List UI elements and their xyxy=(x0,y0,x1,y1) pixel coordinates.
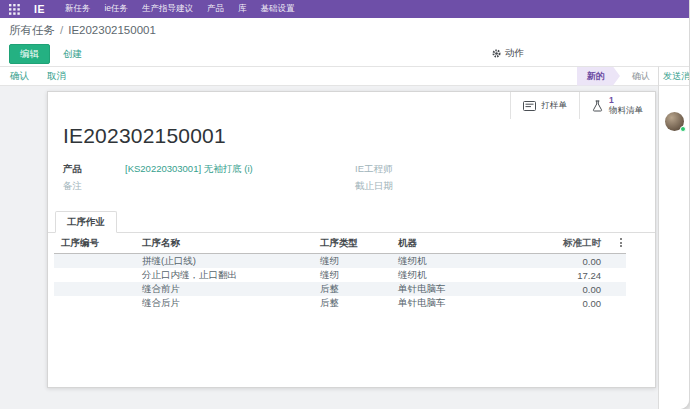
bom-label: 物料清单 xyxy=(609,106,643,116)
field-deadline: 截止日期 xyxy=(355,180,640,193)
nav-menu: 新任务 ie任务 生产指导建议 产品 库 基础设置 xyxy=(65,3,295,15)
create-button[interactable]: 创建 xyxy=(63,48,82,61)
cell-hours: 0.00 xyxy=(526,298,601,309)
stage-widget: 新的 确认 xyxy=(577,67,650,86)
cell-machine: 缝纫机 xyxy=(398,269,526,282)
field-notes: 备注 xyxy=(63,180,355,193)
cell-machine: 单针电脑车 xyxy=(398,283,526,296)
breadcrumb-parent[interactable]: 所有任务 xyxy=(9,23,55,38)
optional-columns-icon[interactable] xyxy=(618,236,624,249)
nav-item-ie-tasks[interactable]: ie任务 xyxy=(104,3,128,15)
cell-machine: 缝纫机 xyxy=(398,255,526,268)
tab-operations[interactable]: 工序作业 xyxy=(55,211,117,233)
print-sample-button[interactable]: 打样单 xyxy=(510,92,580,119)
tab-strip: 工序作业 xyxy=(48,211,655,233)
online-status-dot xyxy=(680,126,686,132)
deadline-label[interactable]: 截止日期 xyxy=(355,180,393,193)
cell-name: 拼缝(止口线) xyxy=(142,255,320,268)
header-standard-hours[interactable]: 标准工时 xyxy=(526,237,601,250)
header-machine[interactable]: 机器 xyxy=(398,237,526,250)
nav-item-settings[interactable]: 基础设置 xyxy=(261,3,295,15)
user-avatar[interactable] xyxy=(665,112,684,131)
cell-hours: 0.00 xyxy=(526,284,601,295)
edit-button[interactable]: 编辑 xyxy=(9,44,50,64)
table-row[interactable]: 缝合后片 后整 单针电脑车 0.00 xyxy=(54,296,626,310)
nav-item-new-task[interactable]: 新任务 xyxy=(65,3,91,15)
product-value-link[interactable]: [KS20220303001] 无袖打底 (i) xyxy=(125,163,253,176)
control-panel: 编辑 创建 动作 xyxy=(0,42,689,66)
cell-name: 缝合后片 xyxy=(142,297,320,310)
action-menu-label: 动作 xyxy=(505,47,524,60)
action-menu[interactable]: 动作 xyxy=(492,47,524,60)
product-label: 产品 xyxy=(63,163,125,176)
breadcrumb-separator: / xyxy=(60,24,63,36)
document-icon xyxy=(523,101,536,111)
nav-item-products[interactable]: 产品 xyxy=(207,3,224,15)
top-navbar: IE 新任务 ie任务 生产指导建议 产品 库 基础设置 xyxy=(0,0,689,18)
cell-machine: 单针电脑车 xyxy=(398,297,526,310)
engineer-label[interactable]: IE工程师 xyxy=(355,163,392,176)
stage-confirmed[interactable]: 确认 xyxy=(632,70,650,83)
main-content: 打样单 1 物料清单 IE202302150001 xyxy=(0,86,658,409)
cell-type: 缝纫 xyxy=(320,255,398,268)
cell-type: 缝纫 xyxy=(320,269,398,282)
cell-name: 分止口内缝，止口翻出 xyxy=(142,269,320,282)
cell-type: 后整 xyxy=(320,283,398,296)
breadcrumb: 所有任务 / IE202302150001 xyxy=(0,18,689,42)
cell-hours: 0.00 xyxy=(526,256,601,267)
cancel-button[interactable]: 取消 xyxy=(47,70,66,83)
record-title: IE202302150001 xyxy=(63,124,655,148)
apps-grid-icon[interactable] xyxy=(8,3,20,15)
gear-icon xyxy=(492,49,501,58)
table-header-row: 工序编号 工序名称 工序类型 机器 标准工时 xyxy=(54,233,626,254)
field-engineer: IE工程师 xyxy=(355,163,640,176)
print-sample-label: 打样单 xyxy=(542,100,568,112)
flask-icon xyxy=(592,100,603,112)
table-row[interactable]: 拼缝(止口线) 缝纫 缝纫机 0.00 xyxy=(54,254,626,268)
statusbar-row: 确认 取消 新的 确认 xyxy=(0,66,658,86)
app-brand[interactable]: IE xyxy=(34,3,45,15)
cell-hours: 17.24 xyxy=(526,270,601,281)
header-operation-name[interactable]: 工序名称 xyxy=(142,237,320,250)
field-grid: 产品 [KS20220303001] 无袖打底 (i) IE工程师 备注 截止日… xyxy=(63,163,640,193)
header-operation-code[interactable]: 工序编号 xyxy=(54,237,142,250)
breadcrumb-current: IE202302150001 xyxy=(68,24,156,36)
app-window: IE 新任务 ie任务 生产指导建议 产品 库 基础设置 所有任务 / IE20… xyxy=(0,0,690,409)
header-operation-type[interactable]: 工序类型 xyxy=(320,237,398,250)
table-row[interactable]: 分止口内缝，止口翻出 缝纫 缝纫机 17.24 xyxy=(54,268,626,282)
nav-item-inventory[interactable]: 库 xyxy=(238,3,247,15)
field-product: 产品 [KS20220303001] 无袖打底 (i) xyxy=(63,163,355,176)
send-message-button[interactable]: 发送消息 xyxy=(659,67,690,86)
notebook: 工序作业 工序编号 工序名称 工序类型 机器 标准工时 拼缝(止口线) 缝纫 xyxy=(48,211,655,310)
bom-button-text: 1 物料清单 xyxy=(609,96,643,116)
operations-table: 工序编号 工序名称 工序类型 机器 标准工时 拼缝(止口线) 缝纫 缝纫机 0.… xyxy=(54,233,626,310)
smart-button-box: 打样单 1 物料清单 xyxy=(510,92,656,119)
cell-name: 缝合前片 xyxy=(142,283,320,296)
cell-type: 后整 xyxy=(320,297,398,310)
notes-label[interactable]: 备注 xyxy=(63,180,82,193)
confirm-button[interactable]: 确认 xyxy=(10,70,29,83)
form-sheet: 打样单 1 物料清单 IE202302150001 xyxy=(47,91,656,388)
nav-item-production-suggestions[interactable]: 生产指导建议 xyxy=(142,3,193,15)
bom-smart-button[interactable]: 1 物料清单 xyxy=(579,92,655,119)
chatter-panel: 发送消息 xyxy=(658,66,690,409)
workflow-buttons: 确认 取消 xyxy=(10,70,66,83)
stage-new[interactable]: 新的 xyxy=(577,67,620,86)
table-row[interactable]: 缝合前片 后整 单针电脑车 0.00 xyxy=(54,282,626,296)
